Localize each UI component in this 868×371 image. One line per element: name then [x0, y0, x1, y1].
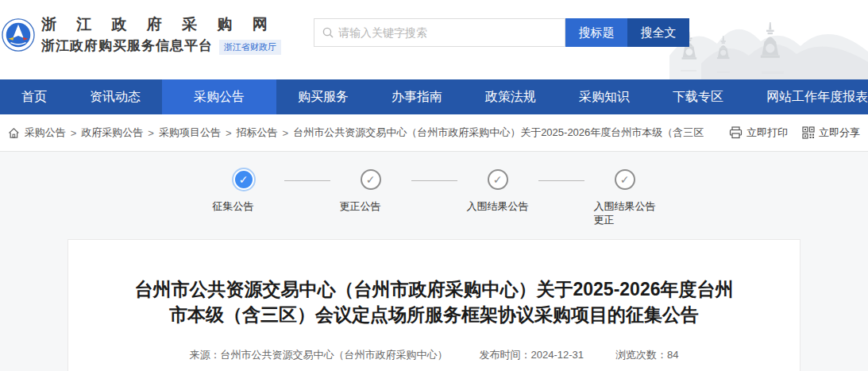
meta-views-label: 浏览次数： — [615, 349, 667, 361]
share-button[interactable]: 立即分享 — [802, 126, 860, 140]
search-box[interactable] — [314, 18, 565, 47]
main-nav: 首页 资讯动态 采购公告 购买服务 办事指南 政策法规 采购知识 下载专区 网站… — [0, 79, 868, 114]
meta-views: 浏览次数：84 — [615, 348, 678, 362]
nav-item-annual-report[interactable]: 网站工作年度报表 — [745, 79, 868, 114]
nav-item-policies[interactable]: 政策法规 — [464, 79, 557, 114]
meta-publish-label: 发布时间： — [480, 349, 531, 361]
step-connector — [284, 180, 330, 181]
meta-source-value: 台州市公共资源交易中心（台州市政府采购中心） — [221, 349, 448, 361]
breadcrumb-separator: > — [148, 127, 154, 139]
breadcrumb-item[interactable]: 政府采购公告 — [81, 126, 143, 140]
announcement-meta: 来源：台州市公共资源交易中心（台州市政府采购中心） 发布时间：2024-12-3… — [68, 348, 800, 362]
step-connector — [538, 180, 584, 181]
search-icon — [322, 27, 334, 38]
step-check-icon: ✓ — [615, 169, 635, 190]
step-check-icon: ✓ — [488, 169, 508, 190]
step-label: 入围结果公告更正 — [594, 199, 656, 226]
nav-item-purchase-services[interactable]: 购买服务 — [276, 79, 370, 114]
print-button[interactable]: 立即打印 — [729, 126, 788, 140]
announcement-title: 台州市公共资源交易中心（台州市政府采购中心）关于2025-2026年度台州市本级… — [129, 276, 740, 327]
site-name: 浙 江 政 府 采 购 网 — [41, 14, 281, 35]
nav-item-knowledge[interactable]: 采购知识 — [557, 79, 651, 114]
print-label: 立即打印 — [746, 126, 788, 140]
nav-item-downloads[interactable]: 下载专区 — [651, 79, 745, 114]
meta-source: 来源：台州市公共资源交易中心（台州市政府采购中心） — [190, 348, 448, 362]
breadcrumb-separator: > — [226, 127, 232, 139]
breadcrumb-current: 台州市公共资源交易中心（台州市政府采购中心）关于2025-2026年度台州市本级… — [293, 126, 704, 140]
meta-views-value: 84 — [667, 349, 678, 361]
search-bar: 搜标题 搜全文 — [314, 18, 689, 47]
notice-progress-steps: ✓ 征集公告 ✓ 更正公告 ✓ 入围结果公告 ✓ 入围结果公告更正 — [0, 152, 868, 226]
breadcrumb-bar: 采购公告 > 政府采购公告 > 采购项目公告 > 招标公告 > 台州市公共资源交… — [0, 114, 868, 152]
printer-icon — [729, 126, 743, 139]
nav-item-procurement-notices[interactable]: 采购公告 — [162, 79, 276, 114]
search-fulltext-button[interactable]: 搜全文 — [627, 18, 689, 47]
nav-item-home[interactable]: 首页 — [0, 79, 68, 114]
meta-publish-value: 2024-12-31 — [531, 349, 584, 361]
step-label: 更正公告 — [340, 199, 402, 213]
step-correction-notice[interactable]: ✓ 更正公告 — [340, 169, 402, 226]
breadcrumb-separator: > — [283, 127, 289, 139]
nav-item-news[interactable]: 资讯动态 — [68, 79, 162, 114]
search-title-button[interactable]: 搜标题 — [565, 18, 627, 47]
meta-publish-time: 发布时间：2024-12-31 — [480, 348, 584, 362]
step-connector — [411, 180, 457, 181]
site-header: 浙 江 政 府 采 购 网 浙江政府购买服务信息平台 浙江省财政厅 搜标题 搜全… — [0, 0, 868, 79]
step-shortlist-result-correction[interactable]: ✓ 入围结果公告更正 — [594, 169, 656, 226]
search-input[interactable] — [338, 26, 557, 39]
site-logo[interactable]: 浙 江 政 府 采 购 网 浙江政府购买服务信息平台 浙江省财政厅 — [2, 14, 281, 55]
announcement-card: 台州市公共资源交易中心（台州市政府采购中心）关于2025-2026年度台州市本级… — [68, 239, 800, 371]
share-label: 立即分享 — [819, 126, 860, 140]
step-label: 入围结果公告 — [467, 199, 529, 213]
step-label: 征集公告 — [213, 199, 275, 213]
qrcode-icon — [802, 126, 815, 139]
site-subtitle: 浙江政府购买服务信息平台 — [41, 37, 213, 55]
step-check-icon: ✓ — [361, 169, 381, 190]
breadcrumb-item[interactable]: 采购项目公告 — [159, 126, 221, 140]
nav-item-guide[interactable]: 办事指南 — [370, 79, 464, 114]
meta-source-label: 来源： — [190, 349, 221, 361]
home-icon[interactable] — [8, 127, 20, 139]
logo-emblem-icon — [2, 18, 35, 52]
header-decoration-pagodas — [669, 0, 868, 79]
content-area: ✓ 征集公告 ✓ 更正公告 ✓ 入围结果公告 ✓ 入围结果公告更正 台州市公共资… — [0, 152, 868, 371]
step-collection-notice[interactable]: ✓ 征集公告 — [213, 169, 275, 226]
breadcrumb-separator: > — [71, 127, 77, 139]
breadcrumb-item[interactable]: 招标公告 — [237, 126, 278, 140]
breadcrumb-item[interactable]: 采购公告 — [25, 126, 66, 140]
step-check-icon: ✓ — [233, 169, 254, 190]
finance-dept-badge: 浙江省财政厅 — [219, 40, 281, 55]
step-shortlist-result-notice[interactable]: ✓ 入围结果公告 — [467, 169, 529, 226]
page-actions: 立即打印 立即分享 — [715, 126, 860, 140]
breadcrumb: 采购公告 > 政府采购公告 > 采购项目公告 > 招标公告 > 台州市公共资源交… — [25, 126, 704, 140]
